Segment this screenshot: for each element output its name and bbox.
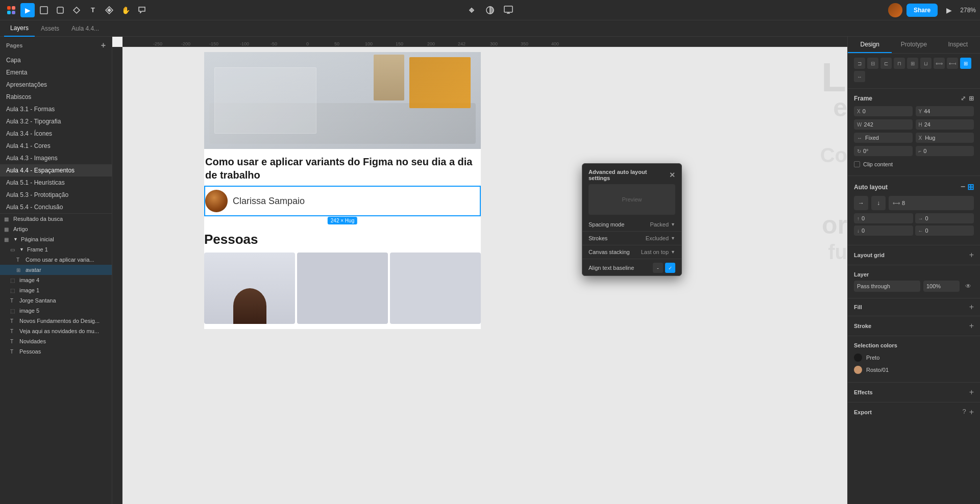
y-field[interactable]: Y 44 [916, 106, 974, 116]
pen-tool-button[interactable] [69, 3, 84, 17]
spacing-mode-value[interactable]: Packed ▼ [650, 221, 675, 228]
page-aula53[interactable]: Aula 5.3 - Prototipação [0, 189, 112, 201]
add-page-button[interactable]: + [101, 41, 106, 50]
comment-tool-button[interactable] [135, 3, 149, 17]
al-dir-left-button[interactable]: → [854, 196, 868, 210]
tab-inspect[interactable]: Inspect [936, 37, 980, 53]
padding-right-field[interactable]: → 0 [915, 213, 974, 223]
presentation-icon[interactable] [501, 3, 516, 17]
layer-pagina-inicial[interactable]: ▦ ▼ Página inicial [0, 234, 112, 244]
add-export-button[interactable]: + [969, 408, 974, 417]
modal-preview-area: Preview [589, 184, 675, 215]
move-tool-button[interactable]: ▶ [20, 3, 35, 17]
corner-radius-field[interactable]: ⌐ 0 [916, 146, 974, 156]
page-aula32[interactable]: Aula 3.2 - Tipografia [0, 115, 112, 128]
page-aula54[interactable]: Aula 5.4 - Conclusão [0, 201, 112, 213]
tab-current-file[interactable]: Aula 4.4... [65, 20, 105, 37]
h-field[interactable]: H 24 [916, 119, 974, 130]
add-effect-button[interactable]: + [969, 388, 974, 397]
align-center-h-button[interactable]: ⊟ [867, 58, 878, 69]
layer-resultado[interactable]: ▦ Resultado da busca [0, 214, 112, 224]
page-apresentacoes[interactable]: Apresentações [0, 79, 112, 91]
layer-veja[interactable]: T Veja aqui as novidades do mu... [0, 326, 112, 336]
al-dir-down-button[interactable]: ↓ [871, 196, 886, 210]
theme-icon[interactable] [483, 3, 497, 17]
padding-top-field[interactable]: ↑ 0 [854, 213, 913, 223]
page-aula34[interactable]: Aula 3.4 - Ícones [0, 128, 112, 140]
auto-layout-minus-icon[interactable]: − [961, 182, 965, 192]
layer-icon-novos: T [10, 318, 17, 324]
page-aula31[interactable]: Aula 3.1 - Formas [0, 103, 112, 115]
tab-design[interactable]: Design [848, 37, 892, 53]
w-field[interactable]: W 242 [854, 119, 913, 130]
tab-prototype[interactable]: Prototype [892, 37, 936, 53]
clip-content-checkbox[interactable] [854, 161, 860, 167]
auto-layout-advanced-icon[interactable]: ⊞ [967, 182, 974, 192]
figma-menu-icon[interactable] [4, 3, 18, 17]
align-text-check-button[interactable]: ✓ [665, 263, 675, 273]
padding-left-field[interactable]: ← 0 [915, 225, 974, 236]
resize-handle-icon[interactable]: ⤢ [961, 95, 966, 102]
page-aula51[interactable]: Aula 5.1 - Heurísticas [0, 177, 112, 189]
layer-image4[interactable]: ⬚ image 4 [0, 275, 112, 285]
page-rabiscos[interactable]: Rabiscos [0, 91, 112, 103]
components-tool-button[interactable] [102, 3, 116, 17]
play-button[interactable]: ▶ [942, 3, 956, 17]
layer-novos[interactable]: T Novos Fundamentos do Desig... [0, 316, 112, 326]
align-top-button[interactable]: ⊓ [894, 58, 905, 69]
padding-bottom-field[interactable]: ↓ 0 [854, 225, 913, 236]
frame-tool-button[interactable] [37, 3, 51, 17]
add-stroke-button[interactable]: + [969, 321, 974, 331]
page-capa[interactable]: Capa [0, 54, 112, 66]
page-aula41[interactable]: Aula 4.1 - Cores [0, 140, 112, 152]
canvas-stacking-value[interactable]: Last on top ▼ [641, 249, 675, 255]
strokes-value[interactable]: Excluded ▼ [646, 235, 675, 241]
layer-image5[interactable]: ⬚ image 5 [0, 306, 112, 316]
text-tool-button[interactable]: T [86, 3, 100, 17]
layer-pessoas[interactable]: T Pessoas [0, 346, 112, 357]
page-aula44[interactable]: Aula 4.4 - Espaçamentos [0, 164, 112, 177]
export-help-icon[interactable]: ? [962, 408, 966, 417]
resize-button[interactable]: ↔ [854, 71, 865, 82]
layer-frame1[interactable]: ▭ ▼ Frame 1 [0, 244, 112, 255]
color-swatch-rosto01[interactable] [854, 366, 862, 374]
align-center-v-button[interactable]: ⊞ [907, 58, 918, 69]
layer-avatar[interactable]: ⊞ avatar [0, 265, 112, 275]
modal-close-button[interactable]: ✕ [669, 171, 675, 179]
visibility-icon[interactable]: 👁 [963, 281, 974, 292]
tidy-up-button[interactable]: ⊞ [960, 58, 971, 69]
page-ementa[interactable]: Ementa [0, 66, 112, 79]
rotation-field[interactable]: ↻ 0° [854, 146, 913, 156]
page-aula43[interactable]: Aula 4.3 - Imagens [0, 152, 112, 164]
tab-layers[interactable]: Layers [4, 20, 35, 37]
avatar-row[interactable]: Clarissa Sampaio 242 × Hug [204, 186, 481, 216]
layer-icon-image1: ⬚ [10, 288, 17, 293]
zoom-level[interactable]: 278% [960, 7, 976, 14]
layer-novidades[interactable]: T Novidades [0, 336, 112, 346]
x-field[interactable]: X 0 [854, 106, 913, 116]
hand-tool-button[interactable]: ✋ [118, 3, 133, 17]
add-fill-button[interactable]: + [969, 303, 974, 312]
align-bottom-button[interactable]: ⊔ [920, 58, 932, 69]
blend-mode-field[interactable]: Pass through [854, 281, 920, 292]
share-button[interactable]: Share [906, 4, 938, 17]
distribute-v-button[interactable]: ⟻ [947, 58, 958, 69]
layer-image1[interactable]: ⬚ image 1 [0, 285, 112, 295]
tab-assets[interactable]: Assets [35, 20, 65, 37]
frame-options-icon[interactable]: ⊞ [969, 95, 974, 102]
color-swatch-preto[interactable] [854, 354, 862, 362]
opacity-field[interactable]: 100% [923, 281, 960, 292]
layer-como-usar[interactable]: T Como usar e aplicar varia... [0, 255, 112, 265]
constraint-w-field[interactable]: ↔ Fixed [854, 133, 913, 143]
align-right-button[interactable]: ⊏ [880, 58, 892, 69]
al-gap-field[interactable]: ⟷ 8 [889, 196, 974, 210]
constraint-h-field[interactable]: X Hug [916, 133, 974, 143]
add-layout-grid-button[interactable]: + [969, 250, 974, 260]
shape-tool-button[interactable] [53, 3, 67, 17]
distribute-h-button[interactable]: ⟺ [934, 58, 945, 69]
align-text-minus-button[interactable]: - [653, 263, 663, 273]
layer-artigo[interactable]: ▦ Artigo [0, 224, 112, 234]
align-left-button[interactable]: ⊐ [854, 58, 865, 69]
layer-jorge[interactable]: T Jorge Santana [0, 295, 112, 306]
constraints-icon[interactable] [464, 3, 479, 17]
